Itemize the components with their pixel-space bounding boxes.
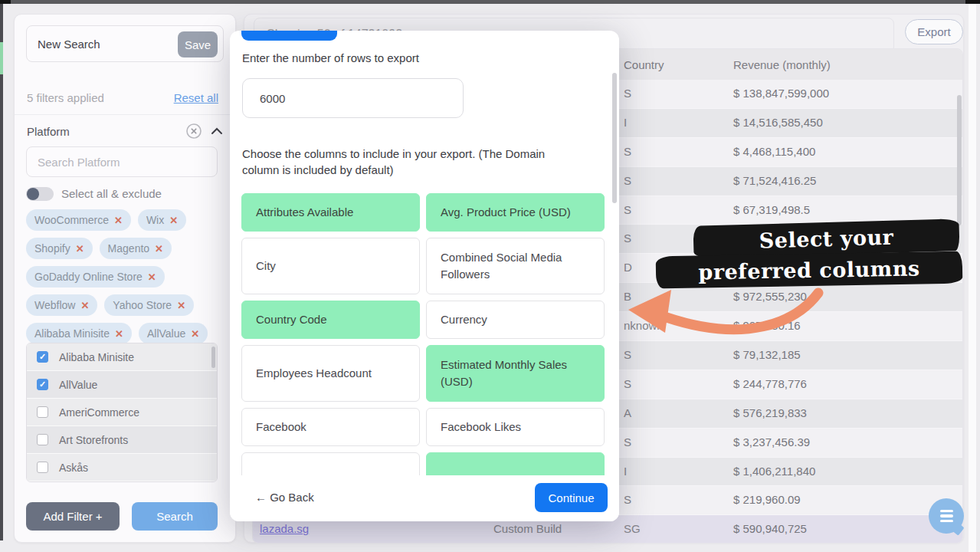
select-all-exclude-toggle[interactable] <box>26 187 54 201</box>
country-cell: S <box>624 493 631 506</box>
nav-active-indicator <box>0 42 3 74</box>
clear-platform-filter-icon[interactable] <box>186 123 202 139</box>
toggle-knob <box>27 188 39 200</box>
chip-label: WooCommerce <box>34 214 109 226</box>
remove-chip-icon[interactable]: ✕ <box>177 300 185 311</box>
search-button[interactable]: Search <box>132 502 218 531</box>
platform-option-list: ✓ Alibaba Minisite ✓ AllValue ✓ AmeriCom… <box>26 343 218 482</box>
modal-scrollbar-thumb[interactable] <box>612 73 617 203</box>
chip-label: GoDaddy Online Store <box>34 271 143 283</box>
table-scrollbar-thumb[interactable] <box>957 95 962 225</box>
remove-chip-icon[interactable]: ✕ <box>115 328 123 340</box>
chip-label: Alibaba Minisite <box>34 327 110 340</box>
check-icon: ✓ <box>39 352 46 362</box>
checkbox-unchecked[interactable]: ✓ <box>37 406 48 418</box>
column-option[interactable]: City <box>241 238 420 294</box>
platform-option[interactable]: ✓ AllValue <box>27 371 217 399</box>
remove-chip-icon[interactable]: ✕ <box>169 215 178 226</box>
country-cell: S <box>624 203 631 216</box>
rows-to-export-label: Enter the number of rows to export <box>242 51 419 64</box>
choose-columns-label: Choose the columns to include in your ex… <box>242 146 583 178</box>
chip-label: Webflow <box>34 299 75 311</box>
revenue-cell: $ 590,940,725 <box>733 522 807 535</box>
platform-search-input[interactable] <box>26 146 218 177</box>
column-option[interactable]: Employees Headcount <box>241 345 420 402</box>
platform-chip: Wix✕ <box>138 209 186 231</box>
column-option-selected[interactable]: Estimated Monthly Sales (USD) <box>426 345 605 402</box>
country-cell: SG <box>624 522 641 535</box>
revenue-cell: $ 576,219,833 <box>733 406 807 419</box>
platform-option[interactable]: ✓ Askås <box>27 454 217 481</box>
column-option-grid: Attributes Available Avg. Product Price … <box>241 193 608 491</box>
modal-footer: ← Go Back Continue <box>230 475 619 521</box>
chevron-up-icon[interactable] <box>211 127 223 136</box>
reset-all-link[interactable]: Reset all <box>174 91 218 104</box>
chat-menu-icon <box>940 520 953 523</box>
toggle-label: Select all & exclude <box>61 187 162 200</box>
column-option-selected[interactable]: Country Code <box>241 301 420 339</box>
chip-label: Wix <box>146 214 164 226</box>
chat-widget-button[interactable] <box>929 498 964 534</box>
column-header-country[interactable]: Country <box>624 58 664 71</box>
search-name-box: Save <box>26 25 224 62</box>
annotation-text-line-2: preferred columns <box>698 256 920 284</box>
remove-chip-icon[interactable]: ✕ <box>148 271 156 283</box>
option-label: Alibaba Minisite <box>59 351 134 363</box>
remove-chip-icon[interactable]: ✕ <box>191 328 199 340</box>
option-label: Art Storefronts <box>59 434 128 446</box>
list-scrollbar-thumb[interactable] <box>211 347 215 368</box>
column-option-selected[interactable]: Attributes Available <box>241 193 420 232</box>
platform-option[interactable]: ✓ Alibaba Minisite <box>27 343 217 371</box>
country-cell: S <box>624 145 631 158</box>
remove-chip-icon[interactable]: ✕ <box>76 243 84 255</box>
chat-menu-icon <box>940 514 953 518</box>
continue-button[interactable]: Continue <box>535 483 608 512</box>
domain-link[interactable]: lazada.sg <box>260 522 309 535</box>
platform-option[interactable]: ✓ AmeriCommerce <box>27 399 217 426</box>
country-cell: S <box>624 435 631 449</box>
platform-chip: Alibaba Minisite✕ <box>26 323 132 344</box>
platform-chip: Shopify✕ <box>26 238 93 259</box>
add-filter-button[interactable]: Add Filter + <box>26 502 120 531</box>
checkbox-checked[interactable]: ✓ <box>37 351 48 363</box>
platform-chip: GoDaddy Online Store✕ <box>26 266 165 288</box>
rows-to-export-input[interactable] <box>242 78 464 118</box>
filters-applied-count: 5 filters applied <box>27 91 104 104</box>
export-modal: Enter the number of rows to export Choos… <box>230 31 619 521</box>
column-option[interactable]: Facebook <box>241 408 420 446</box>
platform-chip: AllValue✕ <box>139 323 208 344</box>
checkbox-checked[interactable]: ✓ <box>37 379 48 390</box>
remove-chip-icon[interactable]: ✕ <box>114 215 123 226</box>
checkbox-unchecked[interactable]: ✓ <box>37 462 48 473</box>
filters-sidebar: Save 5 filters applied Reset all Platfor… <box>14 14 236 543</box>
column-option[interactable]: Combined Social Media Followers <box>426 238 605 294</box>
remove-chip-icon[interactable]: ✕ <box>80 300 89 311</box>
export-button[interactable]: Export <box>905 19 963 44</box>
country-cell: S <box>624 232 631 245</box>
country-cell: I <box>624 465 627 478</box>
revenue-cell: $ 1,406,211,840 <box>733 465 815 478</box>
platform-option[interactable]: ✓ Art Storefronts <box>27 426 217 454</box>
page-scrollbar-track[interactable] <box>969 4 976 552</box>
country-cell: I <box>624 116 627 129</box>
country-cell: S <box>624 87 631 100</box>
platform-chip: Webflow✕ <box>26 294 97 316</box>
checkbox-unchecked[interactable]: ✓ <box>37 434 48 445</box>
chip-label: Yahoo Store <box>113 299 172 311</box>
remove-chip-icon[interactable]: ✕ <box>155 243 163 255</box>
option-label: Askås <box>59 462 88 474</box>
search-name-input[interactable] <box>38 27 168 61</box>
save-button[interactable]: Save <box>178 31 218 58</box>
column-option[interactable]: Currency <box>426 301 605 339</box>
chip-label: AllValue <box>147 327 185 340</box>
revenue-cell: $ 219,960.09 <box>733 493 801 506</box>
column-option-selected[interactable]: Avg. Product Price (USD) <box>426 193 605 232</box>
go-back-link[interactable]: ← Go Back <box>255 491 314 504</box>
column-header-revenue[interactable]: Revenue (monthly) <box>733 58 831 71</box>
collapsed-nav-strip <box>0 4 3 540</box>
check-icon: ✓ <box>39 380 46 389</box>
chip-label: Magento <box>108 242 149 255</box>
column-option[interactable]: Facebook Likes <box>426 408 605 446</box>
option-label: AmeriCommerce <box>59 406 139 419</box>
country-cell: D <box>624 261 632 274</box>
